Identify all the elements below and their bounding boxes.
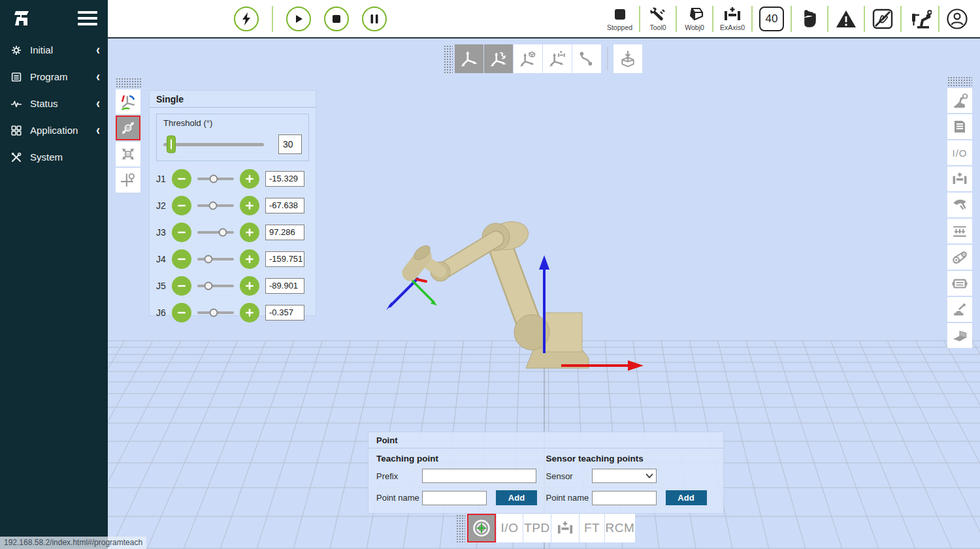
world-frame-button[interactable]: [455, 44, 483, 73]
j4-slider-handle[interactable]: [204, 255, 212, 263]
j2-slider-handle[interactable]: [208, 201, 217, 210]
multi-joint-jog-icon: M: [120, 146, 137, 163]
sidebar-item-initial[interactable]: Initial ‹: [0, 37, 108, 63]
plus-icon: [244, 174, 255, 184]
j5-plus-button[interactable]: [240, 276, 259, 296]
status-wobj[interactable]: Wobj0: [677, 1, 712, 37]
exaxis-frame-button[interactable]: [543, 44, 572, 73]
threshold-slider[interactable]: [163, 143, 264, 146]
toolbar-drag-handle[interactable]: [947, 76, 972, 86]
status-stopped: Stopped: [600, 1, 639, 37]
j3-slider[interactable]: [197, 231, 234, 234]
j3-value-input[interactable]: [265, 225, 304, 240]
prefix-input[interactable]: [422, 469, 536, 483]
sidebar-item-program[interactable]: Program ‹: [0, 63, 108, 90]
gripper-model-icon: [951, 196, 968, 213]
j4-slider[interactable]: [197, 258, 234, 260]
j6-slider[interactable]: [197, 311, 234, 314]
io-model-button[interactable]: I/O: [947, 140, 972, 165]
j6-minus-button[interactable]: [172, 303, 191, 322]
j1-minus-button[interactable]: [172, 169, 191, 189]
ft-mode-button[interactable]: FT: [580, 514, 604, 542]
threshold-slider-handle[interactable]: [167, 136, 176, 153]
account-button[interactable]: [939, 1, 975, 37]
tpd-mode-button[interactable]: TPD: [523, 514, 551, 542]
rcm-mode-button[interactable]: RCM: [605, 514, 635, 542]
sidebar-item-application[interactable]: Application ‹: [0, 117, 108, 144]
wobj-frame-button[interactable]: [514, 44, 542, 73]
frame-axes-button[interactable]: [116, 89, 140, 114]
power-button[interactable]: [234, 7, 259, 31]
no-touch-button[interactable]: [865, 1, 900, 37]
program-doc-button[interactable]: [947, 114, 972, 139]
status-exaxis[interactable]: ExAxis0: [713, 1, 751, 37]
j2-slider[interactable]: [197, 204, 234, 207]
pause-button[interactable]: [362, 7, 387, 31]
alarm-button[interactable]: [828, 1, 864, 37]
j1-slider[interactable]: [197, 178, 234, 180]
sensor-select[interactable]: [592, 469, 657, 483]
j2-minus-button[interactable]: [172, 196, 191, 215]
play-button[interactable]: [286, 7, 311, 31]
conveyor-model-button[interactable]: [947, 219, 972, 243]
sidebar-item-status[interactable]: Status ‹: [0, 90, 108, 117]
threshold-value-input[interactable]: [278, 134, 302, 154]
belt-model-button[interactable]: [947, 245, 972, 270]
import-model-button[interactable]: [613, 44, 642, 73]
machine-model-button[interactable]: [947, 271, 972, 296]
j4-value-input[interactable]: [265, 251, 304, 267]
robot-tool-button[interactable]: [902, 1, 938, 37]
sensor-point-name-input[interactable]: [592, 491, 657, 505]
j5-slider-handle[interactable]: [204, 281, 213, 290]
plus-icon: [244, 281, 255, 291]
point-name-input[interactable]: [422, 491, 487, 505]
exaxis-mode-button[interactable]: [551, 514, 579, 542]
speed-indicator[interactable]: 40: [753, 1, 791, 37]
single-jog-panel: Single Threshold (°) J1 J2 J3: [149, 90, 316, 316]
gripper-model-button[interactable]: [947, 193, 972, 217]
j4-plus-button[interactable]: [240, 249, 259, 269]
j1-value-input[interactable]: [265, 171, 304, 187]
drag-mode-button[interactable]: [792, 1, 827, 37]
svg-text:M: M: [126, 125, 130, 131]
add-sensor-point-button[interactable]: Add: [666, 490, 707, 505]
sidebar-item-system[interactable]: System: [0, 144, 108, 170]
j3-plus-button[interactable]: [240, 223, 259, 242]
external-axis-model-button[interactable]: [947, 166, 972, 191]
status-tool[interactable]: Tool0: [640, 1, 676, 37]
j3-minus-button[interactable]: [172, 223, 191, 242]
j5-slider[interactable]: [197, 285, 234, 287]
j6-value-input[interactable]: [265, 305, 304, 321]
path-curve-button[interactable]: [572, 44, 601, 73]
j6-slider-handle[interactable]: [209, 308, 218, 317]
j4-minus-button[interactable]: [172, 249, 191, 269]
j2-plus-button[interactable]: [240, 196, 259, 215]
j2-value-input[interactable]: [265, 198, 304, 213]
single-joint-jog-button[interactable]: M: [116, 116, 140, 140]
teach-target-button[interactable]: [467, 514, 496, 542]
multi-joint-jog-button[interactable]: M: [116, 142, 140, 166]
io-mode-button[interactable]: I/O: [497, 514, 523, 542]
stop-button[interactable]: [324, 7, 349, 31]
sidebar-item-label: Initial: [30, 44, 96, 55]
toolbar-drag-handle[interactable]: [116, 78, 142, 87]
plate-model-button[interactable]: [947, 323, 972, 348]
status-label: ExAxis0: [720, 24, 745, 31]
sensor-model-button[interactable]: [947, 297, 972, 322]
add-point-button[interactable]: Add: [496, 490, 537, 505]
point-move-button[interactable]: [116, 168, 140, 193]
external-axis-icon: [723, 6, 742, 23]
document-icon: [10, 71, 22, 83]
robot-model-button[interactable]: [947, 88, 972, 113]
j3-slider-handle[interactable]: [219, 228, 227, 236]
menu-hamburger-button[interactable]: [78, 11, 97, 25]
j1-slider-handle[interactable]: [210, 174, 218, 183]
tool-frame-button[interactable]: [484, 44, 513, 73]
toolbar-drag-handle[interactable]: [443, 44, 453, 73]
j1-plus-button[interactable]: [240, 169, 259, 189]
point-move-icon: [120, 172, 137, 189]
j6-plus-button[interactable]: [240, 303, 259, 322]
toolbar-drag-handle[interactable]: [455, 514, 465, 542]
j5-value-input[interactable]: [265, 278, 304, 294]
j5-minus-button[interactable]: [172, 276, 191, 296]
